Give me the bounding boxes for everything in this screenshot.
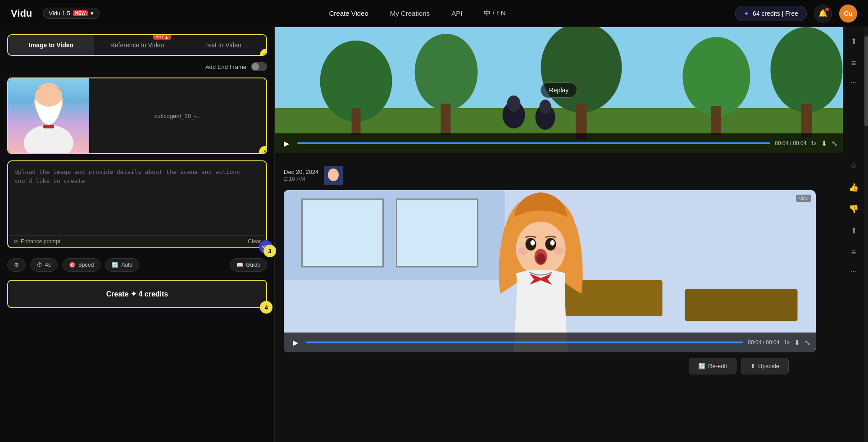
second-share-icon[interactable]: ⬆ [846, 223, 861, 238]
second-play-button[interactable]: ▶ [289, 336, 302, 349]
anime-figure-image [8, 78, 89, 153]
guide-button[interactable]: 📖 Guide [230, 258, 267, 272]
svg-point-28 [531, 240, 535, 246]
svg-point-13 [507, 96, 521, 112]
upscale-icon: ⬆ [750, 363, 755, 369]
user-avatar[interactable]: Cu [839, 5, 857, 23]
prompt-textarea[interactable] [8, 161, 266, 233]
time-label: 2:16 AM [284, 175, 318, 182]
date-label: Dec 20, 2024 [284, 169, 318, 175]
second-time-label: 00:04 / 00:04 [748, 339, 779, 346]
video-content: Dec 20, 2024 2:16 AM [275, 153, 843, 380]
second-video-svg [284, 190, 816, 352]
top-play-button[interactable]: ▶ [280, 137, 293, 150]
nav-api[interactable]: API [451, 9, 462, 17]
nav-center: Create Video My Creations API 中 / EN [107, 9, 728, 18]
svg-point-31 [536, 253, 545, 264]
second-dots-icon[interactable]: ··· [850, 267, 857, 276]
svg-rect-3 [352, 108, 361, 135]
settings-row: ⚙ ⏱ 4s 🎯 Speed 🔄 Auto 📖 Guide [7, 258, 267, 272]
enhance-icon: ⊘ [14, 238, 18, 245]
tabs-row: Image to Video HOT🔥 Reference to Video T… [7, 34, 267, 56]
date-info: Dec 20, 2024 2:16 AM [284, 169, 318, 182]
hot-badge: HOT🔥 [153, 34, 171, 40]
tab-image-to-video[interactable]: Image to Video [8, 35, 94, 55]
auto-icon: 🔄 [112, 262, 118, 268]
guide-icon: 📖 [236, 262, 243, 268]
second-download-icon[interactable]: ⬇ [794, 338, 800, 347]
second-progress-bar[interactable] [306, 342, 743, 343]
image-upload-area[interactable]: cuticogent_18_-... 2 [7, 77, 267, 154]
top-video-controls: ▶ 00:04 / 00:04 1x ⬇ ⤡ [275, 133, 843, 153]
top-progress-fill [297, 142, 770, 144]
scrollbar-thumb[interactable] [864, 36, 868, 126]
step-4-badge: 4 [260, 301, 273, 314]
top-video-section: Replay ▶ 00:04 / 00:04 1x ⬇ ⤡ ⬆ ≡ ··· [275, 27, 864, 153]
version-selector[interactable]: Vidu 1.5 NEW ▾ [43, 8, 100, 19]
navbar: Vidu Vidu 1.5 NEW ▾ Create Video My Crea… [0, 0, 868, 27]
second-fullscreen-icon[interactable]: ⤡ [804, 338, 810, 347]
top-time-label: 00:04 / 00:04 [775, 140, 806, 146]
credits-button[interactable]: ✦ 64 credits | Free [735, 6, 807, 21]
scrollbar[interactable] [864, 27, 868, 442]
second-like-icon[interactable]: 👍 [846, 180, 861, 195]
duration-button[interactable]: ⏱ 4s [30, 258, 58, 272]
credits-label: 64 credits | Free [753, 10, 798, 17]
tab-reference-to-video[interactable]: HOT🔥 Reference to Video [94, 35, 180, 55]
enhance-prompt-button[interactable]: ⊘ Enhance prompt [14, 238, 60, 245]
clear-button[interactable]: Clear [248, 238, 261, 245]
thumb-svg [324, 166, 343, 185]
top-side-actions: ⬆ ≡ ··· [843, 27, 864, 153]
settings-sliders-button[interactable]: ⚙ [7, 258, 26, 272]
replay-button[interactable]: Replay [541, 82, 577, 98]
svg-point-8 [683, 37, 750, 116]
date-row: Dec 20, 2024 2:16 AM [284, 160, 816, 190]
version-label: Vidu 1.5 [49, 10, 70, 17]
app-logo: Vidu [11, 8, 32, 19]
step-2-badge: 2 [259, 146, 267, 154]
image-preview [8, 78, 89, 153]
top-caption-icon[interactable]: ≡ [846, 56, 861, 70]
top-progress-bar[interactable] [297, 142, 770, 144]
re-edit-button[interactable]: 🔄 Re-edit [689, 358, 736, 374]
end-frame-label: Add End Frame [205, 64, 246, 70]
main-content: Image to Video HOT🔥 Reference to Video T… [0, 27, 868, 442]
thumbnail-preview[interactable] [324, 166, 343, 185]
second-caption-icon[interactable]: ≡ [846, 245, 861, 260]
svg-rect-9 [711, 106, 721, 135]
auto-button[interactable]: 🔄 Auto [105, 258, 139, 272]
re-edit-icon: 🔄 [698, 363, 705, 369]
end-frame-toggle[interactable] [251, 62, 267, 71]
top-speed-label: 1x [811, 140, 817, 146]
second-dislike-icon[interactable]: 👎 [846, 202, 861, 216]
nav-language[interactable]: 中 / EN [484, 9, 505, 18]
nav-my-creations[interactable]: My Creations [390, 9, 430, 17]
top-dots-icon[interactable]: ··· [850, 77, 857, 87]
upscale-button[interactable]: ⬆ Upscale [741, 358, 789, 374]
second-video-frame: Vidu [284, 190, 816, 352]
second-video-player: Vidu ▶ 00:04 / 00:04 1x ⬇ ⤡ [284, 190, 816, 352]
top-download-icon[interactable]: ⬇ [821, 139, 827, 148]
vidu-watermark: Vidu [796, 195, 811, 202]
create-button[interactable]: Create ✦ 4 credits [8, 281, 266, 307]
tab-text-to-video[interactable]: Text to Video [180, 35, 266, 55]
bottom-actions: 🔄 Re-edit ⬆ Upscale [284, 352, 816, 380]
speed-button[interactable]: 🎯 Speed [62, 258, 101, 272]
svg-point-15 [540, 100, 551, 114]
nav-create-video[interactable]: Create Video [329, 9, 368, 17]
svg-point-33 [554, 247, 564, 255]
new-badge: NEW [73, 10, 88, 16]
chevron-down-icon: ▾ [91, 10, 94, 17]
step-3-badge: 3 [264, 245, 276, 257]
nav-right: ✦ 64 credits | Free 🔔 Cu [735, 5, 857, 23]
star-icon: ✦ [744, 10, 749, 17]
speed-icon: 🎯 [69, 262, 76, 268]
notifications-button[interactable]: 🔔 [814, 5, 832, 23]
top-share-icon[interactable]: ⬆ [846, 34, 861, 49]
right-side-actions: ☆ 👍 👎 ⬆ ≡ ··· [843, 153, 864, 380]
notification-dot [825, 8, 829, 11]
top-fullscreen-icon[interactable]: ⤡ [832, 139, 837, 148]
second-star-icon[interactable]: ☆ [846, 159, 861, 173]
right-panel: Replay ▶ 00:04 / 00:04 1x ⬇ ⤡ ⬆ ≡ ··· [275, 27, 864, 442]
end-frame-row: Add End Frame [7, 62, 267, 71]
